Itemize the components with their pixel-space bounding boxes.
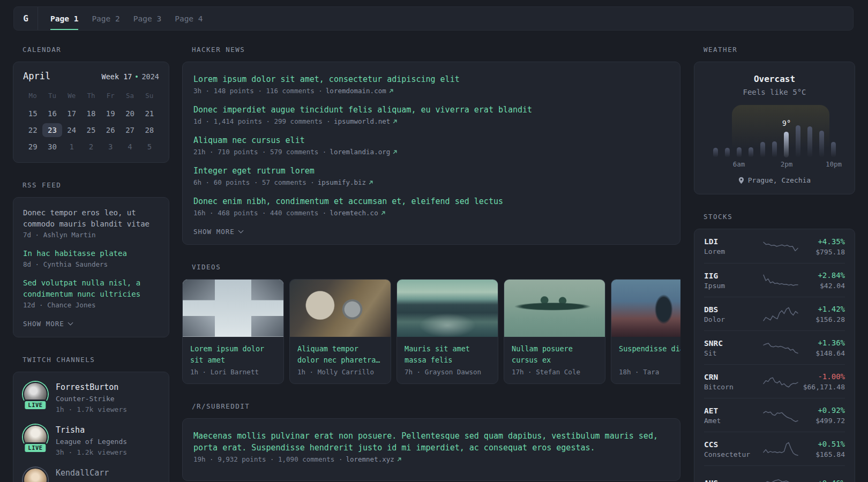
video-card[interactable]: Aliquam tempor dolor nec pharetra…1h · M… [289, 279, 391, 384]
stock-row[interactable]: AETAmet+0.92%$499.72 [704, 398, 845, 432]
story-title[interactable]: Lorem ipsum dolor sit amet, consectetur … [193, 73, 669, 85]
stock-values: +4.35%$795.18 [799, 237, 845, 256]
stock-price: $795.18 [799, 248, 845, 256]
weather-location[interactable]: Prague, Czechia [748, 176, 811, 184]
calendar-day[interactable]: 30 [42, 140, 62, 154]
stock-row[interactable]: AHS+0.46% [704, 465, 845, 482]
rss-item-title[interactable]: Sed volutpat nulla nisl, a condimentum n… [23, 277, 159, 300]
calendar-day[interactable]: 25 [81, 123, 101, 137]
hackernews-list: Lorem ipsum dolor sit amet, consectetur … [193, 73, 669, 217]
post-title[interactable]: Maecenas mollis pulvinar erat non posuer… [193, 430, 669, 454]
nav-tab-2[interactable]: Page 2 [92, 7, 119, 30]
stock-sparkline [762, 237, 799, 255]
stock-row[interactable]: CRNBitcorn-1.00%$66,171.48 [704, 364, 845, 398]
nav-tab-4[interactable]: Page 4 [175, 7, 203, 30]
stock-row[interactable]: LDILorem+4.35%$795.18 [704, 229, 845, 263]
story-item: Aliquam nec cursus elit21h · 710 points … [193, 134, 669, 156]
avatar-wrap [23, 468, 48, 482]
story-title[interactable]: Integer eget rutrum lorem [193, 165, 669, 177]
avatar-wrap: LIVE [23, 425, 48, 449]
calendar-day[interactable]: 18 [81, 107, 101, 120]
calendar-day[interactable]: 5 [140, 140, 159, 154]
nav-tab-1[interactable]: Page 1 [50, 7, 78, 30]
calendar-day[interactable]: 24 [62, 123, 81, 137]
post-meta-text: 19h · 9,932 points · 1,090 comments · [193, 455, 342, 463]
weather-bar [725, 148, 730, 157]
stock-values: +1.42%$156.28 [799, 305, 845, 323]
stock-name: Bitcorn [704, 383, 762, 391]
video-card[interactable]: Mauris sit amet massa felis7h · Grayson … [396, 279, 498, 384]
calendar-day[interactable]: 28 [140, 123, 159, 137]
channel-name[interactable]: KendallCarr [56, 468, 109, 479]
stock-row[interactable]: DBSDolor+1.42%$156.28 [704, 297, 845, 330]
nav-tab-3[interactable]: Page 3 [133, 7, 161, 30]
video-card[interactable]: Suspendisse diam18h · Tara [611, 279, 680, 384]
story-title[interactable]: Aliquam nec cursus elit [193, 134, 669, 146]
calendar-day[interactable]: 21 [140, 107, 159, 120]
subreddit-card: Maecenas mollis pulvinar erat non posuer… [182, 418, 680, 481]
app-logo[interactable]: G [14, 7, 38, 30]
calendar-day[interactable]: 27 [120, 123, 139, 137]
post-domain-link[interactable]: loremnet.xyz [346, 455, 401, 463]
video-thumbnail [504, 280, 605, 337]
story-domain-link[interactable]: ipsumify.biz [318, 178, 373, 186]
hackernews-show-more[interactable]: SHOW MORE [193, 228, 243, 236]
story-domain-link[interactable]: loremlandia.org [330, 148, 398, 156]
calendar-day[interactable]: 15 [23, 107, 42, 120]
story-domain-link[interactable]: ipsumworld.net [334, 117, 398, 125]
channel-meta: 1h · 1.7k viewers [56, 404, 127, 415]
calendar-day[interactable]: 22 [23, 123, 42, 137]
calendar-card: April Week 17 2024 MoTuWeThFrSaSu1516171… [13, 62, 169, 163]
video-title-text: Lorem ipsum dolor sit amet consectetu… [190, 343, 276, 367]
calendar-day-today[interactable]: 23 [42, 123, 62, 137]
video-card[interactable]: Nullam posuere cursus ex17h · Stefan Col… [504, 279, 605, 384]
videos-header: VIDEOS [192, 263, 680, 271]
location-pin-icon [738, 177, 744, 184]
story-domain-link[interactable]: loremdomain.com [326, 87, 394, 95]
external-link-icon [396, 457, 402, 462]
calendar-day[interactable]: 1 [62, 140, 81, 154]
stock-symbol: IIG [704, 272, 762, 280]
stock-price: $499.72 [799, 417, 845, 425]
stock-price: $165.84 [799, 450, 845, 458]
stock-price: $42.04 [799, 282, 845, 290]
video-card[interactable]: Lorem ipsum dolor sit amet consectetu…1h… [182, 279, 284, 384]
story-domain-link[interactable]: loremtech.co [330, 209, 385, 217]
subreddit-header: /R/SUBREDDIT [192, 402, 680, 410]
videos-row: Lorem ipsum dolor sit amet consectetu…1h… [182, 279, 680, 384]
calendar-head: April Week 17 2024 [23, 71, 159, 81]
rss-show-more[interactable]: SHOW MORE [23, 320, 72, 328]
calendar-day[interactable]: 29 [23, 140, 42, 154]
video-title-text: Mauris sit amet massa felis [405, 343, 490, 366]
rss-item-title[interactable]: In hac habitasse platea [23, 248, 159, 259]
stock-row[interactable]: IIGIpsum+2.84%$42.04 [704, 263, 845, 297]
weather-bar [796, 125, 800, 157]
story-meta: 1d · 1,414 points · 299 comments ·ipsumw… [193, 117, 669, 125]
calendar-day[interactable]: 2 [81, 140, 101, 154]
channel-name[interactable]: ForrestBurton [56, 382, 127, 393]
calendar-day[interactable]: 3 [101, 140, 120, 154]
calendar-day[interactable]: 17 [62, 107, 81, 120]
calendar-day[interactable]: 19 [101, 107, 120, 120]
weather-bars [713, 116, 836, 157]
channel-name[interactable]: Trisha [56, 425, 127, 436]
twitch-channel-row: LIVEForrestBurtonCounter-Strike1h · 1.7k… [23, 382, 159, 415]
rss-item-title[interactable]: Donec tempor eros leo, ut commodo mauris… [23, 207, 159, 230]
avatar[interactable] [23, 468, 48, 482]
channel-game: Counter-Strike [56, 393, 127, 404]
stock-change: +1.42% [799, 305, 845, 313]
calendar-day[interactable]: 26 [101, 123, 120, 137]
story-title[interactable]: Donec enim nibh, condimentum et accumsan… [193, 195, 669, 207]
stock-info: CRNBitcorn [704, 373, 762, 391]
video-thumbnail [290, 280, 391, 337]
stock-symbol: AET [704, 406, 762, 415]
story-title[interactable]: Donec imperdiet augue tincidunt felis al… [193, 104, 669, 116]
video-meta: 7h · Grayson Dawson [397, 367, 498, 383]
calendar-day[interactable]: 20 [120, 107, 139, 120]
calendar-day[interactable]: 16 [42, 107, 62, 120]
stock-row[interactable]: SNRCSit+1.36%$148.64 [704, 330, 845, 364]
calendar-day[interactable]: 4 [120, 140, 139, 154]
stock-price: $66,171.48 [799, 383, 845, 391]
stock-name: Sit [704, 349, 762, 357]
stock-row[interactable]: CCSConsectetur+0.51%$165.84 [704, 432, 845, 465]
